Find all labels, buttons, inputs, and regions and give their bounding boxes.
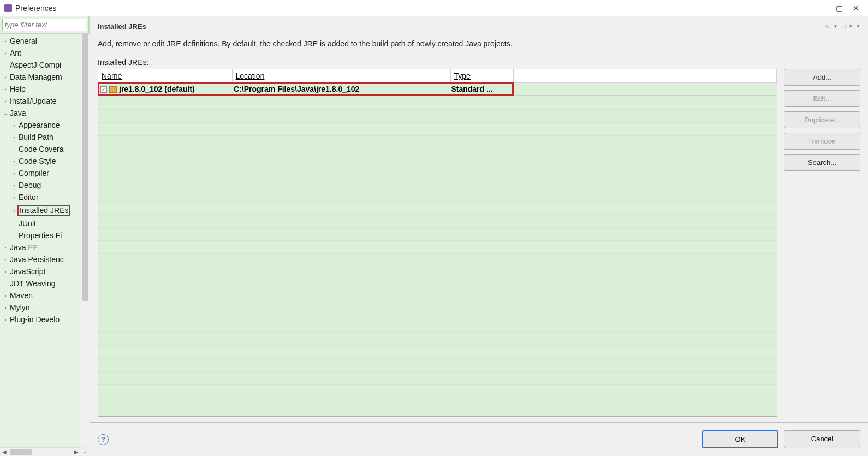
tree-item-jdt-weaving[interactable]: JDT Weaving	[0, 277, 90, 289]
add-button[interactable]: Add...	[784, 69, 860, 86]
tree-item-junit[interactable]: JUnit	[0, 217, 90, 229]
duplicate-button[interactable]: Duplicate...	[784, 111, 860, 128]
table-label: Installed JREs:	[98, 58, 860, 69]
tree-vscrollbar[interactable]	[81, 34, 90, 445]
tree-item-label: Code Style	[17, 157, 56, 165]
hscroll-right-icon[interactable]: ▶	[72, 449, 81, 455]
tree-item-compiler[interactable]: ›Compiler	[0, 167, 90, 179]
tree-item-ant[interactable]: ›Ant	[0, 47, 90, 59]
tree-item-label: Java EE	[9, 243, 38, 252]
tree-item-code-style[interactable]: ›Code Style	[0, 155, 90, 167]
tree-item-label: JDT Weaving	[9, 279, 56, 288]
chevron-right-icon[interactable]: ›	[2, 74, 9, 80]
nav-menu-icon[interactable]: ▼	[856, 24, 860, 29]
tree-item-installed-jres[interactable]: ›Installed JREs	[0, 203, 90, 217]
tree-item-help[interactable]: ›Help	[0, 83, 90, 95]
preference-tree: ›General›AntAspectJ Compi›Data Managem›H…	[0, 34, 90, 456]
close-icon[interactable]: ✕	[853, 4, 859, 13]
tree-item-label: Maven	[9, 291, 33, 300]
tree-item-plug-in-develo[interactable]: ›Plug-in Develo	[0, 313, 90, 325]
tree-item-general[interactable]: ›General	[0, 35, 90, 47]
tree-item-javascript[interactable]: ›JavaScript	[0, 265, 90, 277]
chevron-down-icon[interactable]: ⌄	[2, 110, 9, 116]
tree-item-label: Compiler	[17, 169, 49, 177]
edit-button[interactable]: Edit...	[784, 90, 860, 107]
tree-item-label: Editor	[17, 193, 39, 202]
table-row[interactable]: ✓jre1.8.0_102 (default)C:\Program Files\…	[98, 83, 777, 96]
tree-item-editor[interactable]: ›Editor	[0, 191, 90, 203]
tree-item-label: Installed JREs	[17, 205, 70, 216]
content-pane: Installed JREs ⇦▼ ⇨▼ ▼ Add, remove or ed…	[90, 16, 868, 456]
ok-button[interactable]: OK	[702, 430, 778, 448]
chevron-right-icon[interactable]: ›	[11, 170, 17, 176]
tree-item-label: Java Persistenc	[9, 255, 64, 264]
tree-item-label: Properties Fi	[17, 231, 62, 240]
jre-icon	[109, 86, 117, 93]
tree-item-label: Plug-in Develo	[9, 315, 60, 324]
nav-back-button[interactable]: ⇦▼	[825, 22, 837, 31]
tree-item-maven[interactable]: ›Maven	[0, 289, 90, 301]
chevron-right-icon[interactable]: ›	[2, 305, 9, 311]
help-icon[interactable]: ?	[98, 434, 109, 445]
page-title: Installed JREs	[98, 22, 146, 31]
col-spacer	[513, 69, 777, 83]
vscroll-thumb[interactable]	[82, 34, 88, 301]
chevron-right-icon[interactable]: ›	[11, 122, 17, 128]
footer: ? OK Cancel	[90, 422, 868, 456]
col-location[interactable]: Location	[232, 69, 450, 83]
col-name[interactable]: Name	[98, 69, 232, 83]
tree-item-label: Mylyn	[9, 303, 30, 312]
search-button[interactable]: Search...	[784, 154, 860, 171]
tree-item-label: Data Managem	[9, 73, 62, 81]
tree-item-properties-fi[interactable]: Properties Fi	[0, 229, 90, 241]
chevron-right-icon[interactable]: ›	[2, 245, 9, 251]
chevron-right-icon[interactable]: ›	[11, 158, 17, 164]
tree-item-label: Java	[9, 109, 26, 117]
cancel-button[interactable]: Cancel	[784, 430, 860, 448]
remove-button[interactable]: Remove	[784, 133, 860, 150]
tree-item-install-update[interactable]: ›Install/Update	[0, 95, 90, 107]
chevron-right-icon[interactable]: ›	[2, 269, 9, 275]
filter-input[interactable]	[2, 19, 86, 31]
chevron-right-icon[interactable]: ›	[2, 38, 9, 44]
tree-item-label: Debug	[17, 181, 41, 189]
chevron-right-icon[interactable]: ›	[2, 86, 9, 92]
nav-forward-button[interactable]: ⇨▼	[841, 22, 853, 31]
tree-item-data-managem[interactable]: ›Data Managem	[0, 71, 90, 83]
tree-scroll-corner: ⌄	[81, 447, 90, 456]
tree-item-label: Help	[9, 85, 26, 93]
chevron-right-icon[interactable]: ›	[11, 182, 17, 188]
tree-item-code-covera[interactable]: Code Covera	[0, 143, 90, 155]
tree-item-appearance[interactable]: ›Appearance	[0, 119, 90, 131]
chevron-right-icon[interactable]: ›	[2, 257, 9, 263]
chevron-right-icon[interactable]: ›	[2, 98, 9, 104]
jre-table-wrap: Name Location Type ✓jre1.8.0_102 (defaul…	[98, 69, 777, 417]
chevron-right-icon[interactable]: ›	[2, 293, 9, 299]
minimize-icon[interactable]: —	[818, 4, 826, 13]
chevron-right-icon[interactable]: ›	[11, 208, 17, 214]
tree-item-aspectj-compi[interactable]: AspectJ Compi	[0, 59, 90, 71]
jre-table: Name Location Type ✓jre1.8.0_102 (defaul…	[98, 69, 777, 96]
tree-hscrollbar[interactable]: ◀ ▶	[0, 447, 81, 456]
tree-item-java-persistenc[interactable]: ›Java Persistenc	[0, 253, 90, 265]
tree-item-debug[interactable]: ›Debug	[0, 179, 90, 191]
col-type[interactable]: Type	[450, 69, 513, 83]
tree-item-java-ee[interactable]: ›Java EE	[0, 241, 90, 253]
tree-item-label: Code Covera	[17, 145, 64, 153]
chevron-right-icon[interactable]: ›	[2, 50, 9, 56]
jre-type: Standard ...	[451, 85, 511, 93]
tree-item-label: JUnit	[17, 219, 36, 228]
jre-checkbox[interactable]: ✓	[100, 86, 107, 93]
chevron-right-icon[interactable]: ›	[2, 317, 9, 323]
chevron-right-icon[interactable]: ›	[11, 194, 17, 200]
tree-item-java[interactable]: ⌄Java	[0, 107, 90, 119]
hscroll-left-icon[interactable]: ◀	[0, 449, 9, 455]
app-icon	[4, 4, 12, 12]
window-title: Preferences	[15, 4, 56, 13]
jre-location: C:\Program Files\Java\jre1.8.0_102	[234, 85, 451, 93]
hscroll-thumb[interactable]	[10, 449, 32, 455]
maximize-icon[interactable]: ▢	[836, 4, 843, 13]
tree-item-mylyn[interactable]: ›Mylyn	[0, 301, 90, 313]
tree-item-build-path[interactable]: ›Build Path	[0, 131, 90, 143]
chevron-right-icon[interactable]: ›	[11, 134, 17, 140]
